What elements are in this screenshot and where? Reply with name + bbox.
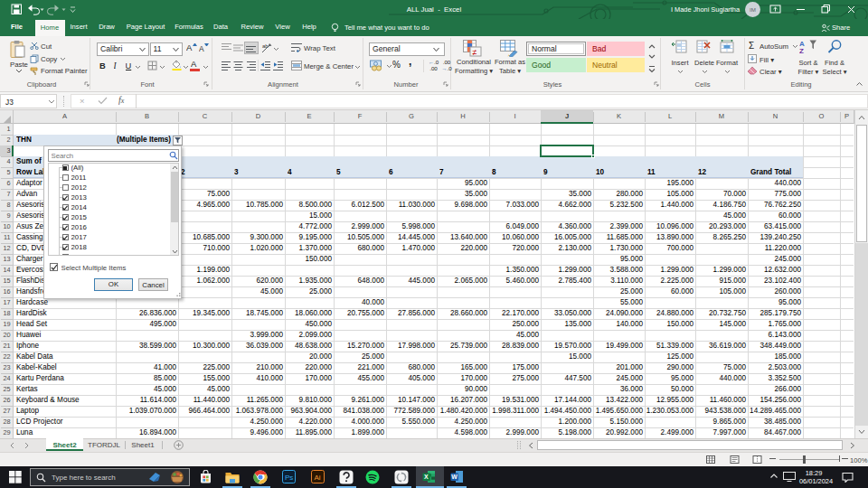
svg-text:X: X bbox=[424, 474, 429, 480]
svg-text:Ai: Ai bbox=[315, 474, 321, 482]
svg-text:≠: ≠ bbox=[473, 48, 477, 57]
svg-text:W: W bbox=[451, 474, 458, 480]
svg-text:ab: ab bbox=[262, 43, 269, 49]
svg-text:Z: Z bbox=[799, 47, 804, 54]
svg-text:Ps: Ps bbox=[285, 474, 293, 482]
